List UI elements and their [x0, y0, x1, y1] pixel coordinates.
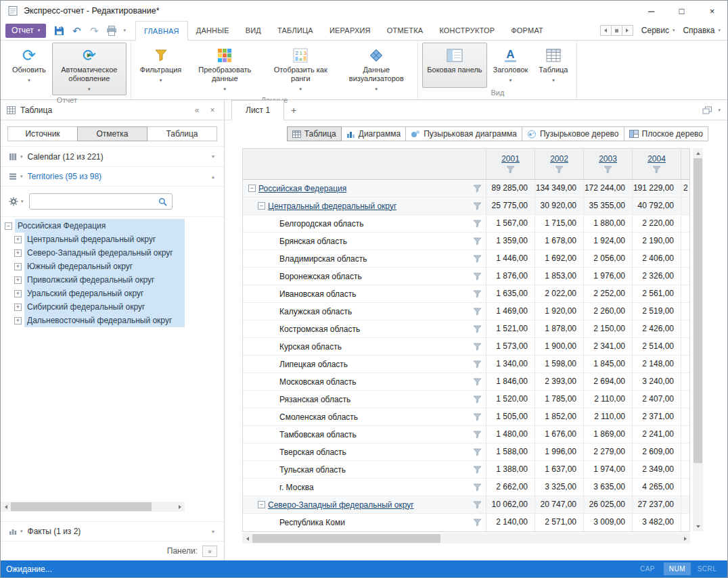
ribbon-button[interactable]: Таблица▾ [534, 43, 572, 88]
collapse-icon[interactable]: − [258, 501, 265, 508]
help-menu[interactable]: Справка ▾ [683, 26, 721, 35]
column-header[interactable]: 2003 [584, 149, 633, 179]
facts-row[interactable]: ▾ Факты (1 из 2) ▾ [1, 521, 224, 541]
tree-item[interactable]: +Уральский федеральный округ [1, 287, 185, 300]
column-header-label[interactable]: 2001 [501, 154, 520, 164]
collapse-panel-button[interactable]: « [191, 105, 202, 115]
table-row[interactable]: Курская область1 573,001 900,002 341,002… [243, 338, 689, 356]
dimension-row[interactable]: ▾Territories (95 из 98)▴ [1, 166, 224, 187]
tree-item[interactable]: +Северо-Западный федеральный округ [1, 246, 185, 260]
view-switch-button[interactable]: Пузырьковое дерево [522, 126, 624, 141]
ribbon-button[interactable]: Данные визуализаторов▾ [339, 43, 413, 95]
pager-right-button[interactable] [622, 25, 633, 36]
table-row[interactable]: Воронежская область1 876,001 853,001 976… [243, 268, 689, 285]
table-row[interactable]: Тульская область1 388,001 637,001 974,00… [243, 461, 689, 479]
ribbon-tab[interactable]: ВИД [237, 21, 269, 40]
table-row[interactable]: Республика Коми2 140,002 571,003 009,003… [243, 514, 689, 531]
tree-item[interactable]: +Приволжский федеральный округ [1, 273, 185, 287]
chevron-up-icon[interactable]: ▴ [212, 174, 214, 180]
table-row[interactable]: Тверская область1 588,001 996,002 279,00… [243, 443, 689, 461]
add-sheet-button[interactable]: + [284, 101, 303, 120]
scrollbar-track[interactable] [252, 533, 680, 544]
scrollbar-thumb[interactable] [693, 158, 702, 463]
scrollbar-track[interactable] [693, 158, 703, 521]
ribbon-tab[interactable]: ИЕРАРХИЯ [321, 21, 379, 40]
ribbon-tab[interactable]: ГЛАВНАЯ [135, 21, 188, 41]
expand-icon[interactable]: + [14, 249, 22, 257]
collapse-icon[interactable]: − [5, 222, 12, 230]
table-row[interactable]: −Российская Федерация89 285,00134 349,00… [243, 180, 689, 197]
tree-item[interactable]: +Дальневосточный федеральный округ [1, 314, 185, 327]
table-vertical-scrollbar[interactable] [693, 148, 703, 531]
view-switch-button[interactable]: Плоское дерево [624, 126, 708, 141]
expand-icon[interactable]: + [14, 317, 22, 324]
tree-horizontal-scrollbar[interactable] [1, 502, 185, 512]
ribbon-tab[interactable]: ОТМЕТКА [379, 21, 432, 40]
float-window-button[interactable] [702, 106, 712, 114]
chevron-down-icon[interactable]: ▾ [212, 153, 214, 160]
table-row[interactable]: Владимирская область1 446,001 692,002 05… [243, 250, 689, 268]
print-button[interactable] [106, 24, 118, 37]
ribbon-button[interactable]: Преобразовать данные▾ [187, 43, 262, 95]
table-row[interactable]: Смоленская область1 505,001 852,002 110,… [243, 408, 689, 426]
table-row[interactable]: Ивановская область1 635,002 022,002 252,… [243, 285, 689, 303]
report-menu-button[interactable]: Отчет ▾ [5, 24, 46, 38]
dimension-row[interactable]: ▾Calendar (12 из 221)▾ [1, 146, 224, 166]
sheet-options-caret-icon[interactable]: ▾ [718, 107, 721, 113]
expand-icon[interactable]: + [14, 290, 22, 297]
close-panel-button[interactable]: × [207, 105, 218, 115]
ribbon-button[interactable]: 213Отобразить как ранги▾ [263, 43, 338, 95]
pager-middle-button[interactable] [611, 25, 622, 36]
table-row[interactable]: Тамбовская область1 480,001 676,001 869,… [243, 426, 689, 443]
maximize-button[interactable]: □ [666, 1, 697, 21]
column-header-label[interactable]: 2003 [599, 154, 617, 164]
view-switch-button[interactable]: Таблица [287, 126, 342, 141]
ribbon-button[interactable]: Боковая панель [422, 43, 486, 88]
scrollbar-track[interactable] [11, 502, 175, 512]
table-row[interactable]: Рязанская область1 520,001 785,002 110,0… [243, 391, 689, 408]
qat-dropdown-caret-icon[interactable]: ▾ [123, 28, 126, 33]
table-row[interactable]: −Центральный федеральный округ25 775,003… [243, 197, 689, 215]
save-button[interactable] [53, 24, 65, 37]
ribbon-button[interactable]: AЗаголовок▾ [488, 43, 533, 88]
column-header[interactable]: 2002 [535, 149, 584, 179]
ribbon-button[interactable]: ⟳Обновить▾ [7, 43, 51, 95]
ribbon-tab[interactable]: ТАБЛИЦА [269, 21, 321, 40]
collapse-icon[interactable]: − [258, 202, 265, 210]
expand-icon[interactable]: + [14, 263, 22, 270]
table-row[interactable]: Липецкая область1 340,001 598,001 845,00… [243, 356, 689, 373]
redo-button[interactable]: ↷ [88, 24, 100, 37]
service-menu[interactable]: Сервис ▾ [641, 26, 675, 35]
table-row[interactable]: г. Москва2 662,003 325,003 635,004 265,0… [243, 479, 689, 496]
tree-settings-button[interactable]: ▾ [9, 197, 24, 206]
close-button[interactable]: × [697, 1, 727, 21]
search-input[interactable] [35, 197, 158, 206]
view-switch-button[interactable]: Пузырьковая диаграмма [405, 126, 522, 141]
ribbon-button[interactable]: ⟳▶Автоматическое обновление▾ [52, 43, 127, 95]
undo-button[interactable]: ↶ [70, 24, 83, 37]
chevron-down-icon[interactable]: ▾ [212, 529, 214, 535]
panels-expand-button[interactable]: » [202, 546, 217, 557]
table-row[interactable]: −Северо-Западный федеральный округ10 062… [243, 496, 689, 514]
row-label[interactable]: Северо-Западный федеральный округ [268, 500, 414, 510]
scroll-right-button[interactable] [680, 533, 690, 544]
panel-tab[interactable]: Источник [7, 126, 78, 141]
view-switch-button[interactable]: Диаграмма [341, 126, 406, 141]
collapse-icon[interactable]: − [248, 185, 256, 192]
scrollbar-thumb[interactable] [252, 534, 440, 543]
tree-item[interactable]: +Сибирский федеральный округ [1, 300, 185, 314]
panel-tab[interactable]: Таблица [147, 126, 217, 141]
tree-item[interactable]: −Российская Федерация [1, 219, 185, 233]
column-header-label[interactable]: 2002 [550, 154, 568, 164]
minimize-button[interactable]: ─ [636, 1, 666, 21]
table-row[interactable]: Костромская область1 521,001 878,002 150… [243, 320, 689, 338]
expand-icon[interactable]: + [14, 304, 22, 311]
tree-item[interactable]: +Центральный федеральный округ [1, 233, 185, 246]
pager-left-button[interactable] [600, 25, 612, 36]
column-header-label[interactable]: 2004 [647, 154, 666, 164]
expand-icon[interactable]: + [14, 236, 22, 243]
table-row[interactable]: Московская область1 846,002 393,002 694,… [243, 373, 689, 391]
row-label[interactable]: Центральный федеральный округ [268, 201, 396, 211]
scrollbar-thumb[interactable] [11, 502, 152, 511]
sheet-tab[interactable]: Лист 1 [231, 100, 284, 120]
